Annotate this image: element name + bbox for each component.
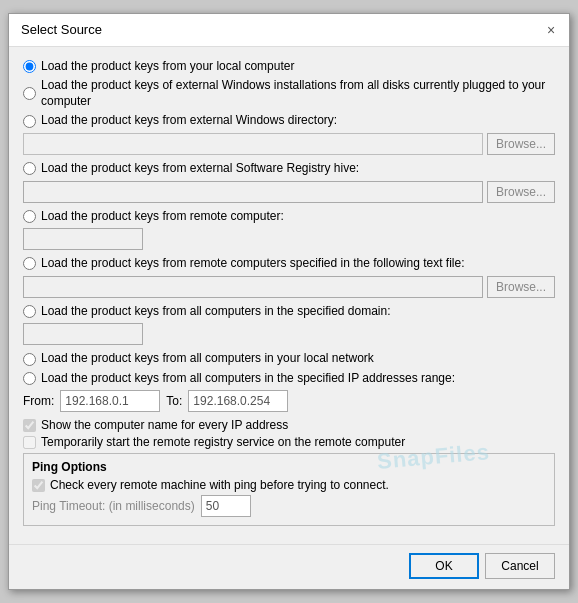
radio-local-label[interactable]: Load the product keys from your local co… [41,59,294,75]
show-computer-name-label[interactable]: Show the computer name for every IP addr… [41,418,288,432]
to-input[interactable] [188,390,288,412]
to-label: To: [166,394,182,408]
radio-windows-dir[interactable] [23,115,36,128]
radio-text-file[interactable] [23,257,36,270]
bottom-bar: OK Cancel [9,544,569,589]
browse-text-file-button[interactable]: Browse... [487,276,555,298]
radio-row-5: Load the product keys from remote comput… [23,209,555,225]
title-bar: Select Source × [9,14,569,47]
radio-remote-computer[interactable] [23,210,36,223]
text-file-input[interactable] [23,276,483,298]
close-button[interactable]: × [541,20,561,40]
radio-external-disks-label[interactable]: Load the product keys of external Window… [41,78,555,109]
radio-registry-hive-label[interactable]: Load the product keys from external Soft… [41,161,359,177]
ping-timeout-label: Ping Timeout: (in milliseconds) [32,499,195,513]
ping-checkbox[interactable] [32,479,45,492]
ping-timeout-row: Ping Timeout: (in milliseconds) [32,495,546,517]
remote-computer-input[interactable] [23,228,143,250]
ping-section: Ping Options Check every remote machine … [23,453,555,526]
ping-check-label[interactable]: Check every remote machine with ping bef… [50,478,389,492]
show-computer-name-checkbox[interactable] [23,419,36,432]
checkbox-row-1: Show the computer name for every IP addr… [23,418,555,432]
radio-row-8: Load the product keys from all computers… [23,351,555,367]
from-label: From: [23,394,54,408]
browse-windows-dir-button[interactable]: Browse... [487,133,555,155]
radio-ip-range-label[interactable]: Load the product keys from all computers… [41,371,455,387]
remote-computer-input-row [23,228,555,250]
from-input[interactable] [60,390,160,412]
checkbox-row-2: Temporarily start the remote registry se… [23,435,555,449]
radio-row-3: Load the product keys from external Wind… [23,113,555,129]
domain-input[interactable] [23,323,143,345]
dialog-content: Load the product keys from your local co… [9,47,569,537]
radio-row-4: Load the product keys from external Soft… [23,161,555,177]
radio-local-network-label[interactable]: Load the product keys from all computers… [41,351,374,367]
radio-external-disks[interactable] [23,87,36,100]
ping-section-title: Ping Options [32,460,546,474]
registry-hive-input-row: Browse... [23,181,555,203]
radio-remote-computer-label[interactable]: Load the product keys from remote comput… [41,209,284,225]
start-registry-service-label[interactable]: Temporarily start the remote registry se… [41,435,405,449]
ping-timeout-input[interactable] [201,495,251,517]
domain-input-row [23,323,555,345]
ip-range-row: From: To: [23,390,555,412]
dialog-title: Select Source [21,22,102,37]
text-file-input-row: Browse... [23,276,555,298]
windows-dir-input-row: Browse... [23,133,555,155]
radio-domain[interactable] [23,305,36,318]
radio-domain-label[interactable]: Load the product keys from all computers… [41,304,391,320]
ping-check-row: Check every remote machine with ping bef… [32,478,546,492]
radio-text-file-label[interactable]: Load the product keys from remote comput… [41,256,465,272]
windows-dir-select[interactable] [23,133,483,155]
radio-registry-hive[interactable] [23,162,36,175]
browse-registry-hive-button[interactable]: Browse... [487,181,555,203]
radio-row-6: Load the product keys from remote comput… [23,256,555,272]
radio-local[interactable] [23,60,36,73]
radio-row-7: Load the product keys from all computers… [23,304,555,320]
registry-hive-input[interactable] [23,181,483,203]
select-source-dialog: Select Source × Load the product keys fr… [8,13,570,591]
radio-local-network[interactable] [23,353,36,366]
ok-button[interactable]: OK [409,553,479,579]
radio-row-1: Load the product keys from your local co… [23,59,555,75]
radio-ip-range[interactable] [23,372,36,385]
radio-windows-dir-label[interactable]: Load the product keys from external Wind… [41,113,337,129]
radio-row-9: Load the product keys from all computers… [23,371,555,387]
start-registry-service-checkbox[interactable] [23,436,36,449]
cancel-button[interactable]: Cancel [485,553,555,579]
radio-row-2: Load the product keys of external Window… [23,78,555,109]
